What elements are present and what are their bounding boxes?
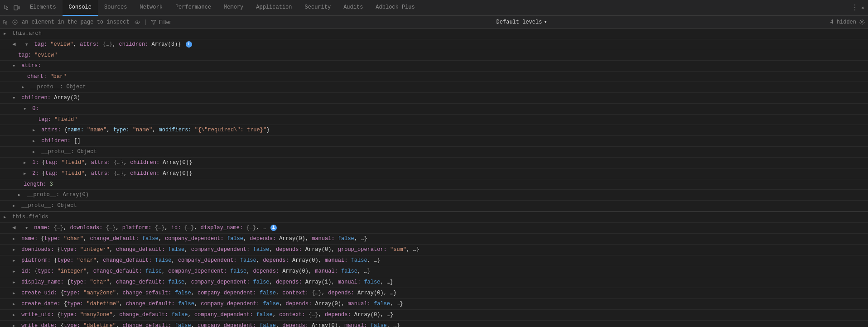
arch-root-proto: __proto__: Object (0, 201, 868, 212)
child-1-idx: 1: (32, 159, 42, 166)
svg-point-3 (14, 21, 16, 23)
cursor-icon[interactable] (3, 4, 11, 12)
fields-write-date-expand[interactable] (13, 322, 18, 327)
fields-display-expand[interactable] (13, 278, 18, 287)
arch-tag-key: tag: (34, 41, 50, 48)
svg-point-5 (136, 21, 138, 23)
arch-child-0-children: children: [] (0, 136, 868, 147)
array-proto-key: __proto__: Array(0) (27, 192, 89, 198)
inspect-label: an element in the page to inspect (22, 19, 130, 25)
children-expand[interactable] (13, 94, 18, 102)
tab-application[interactable]: Application (250, 0, 298, 16)
child-0-tag-key: tag: (4, 116, 54, 123)
arch-child-0-tag: tag: "field" (0, 115, 868, 125)
fields-downloads-expand[interactable] (13, 245, 18, 254)
tag-key: tag: (4, 52, 34, 58)
svg-point-6 (861, 21, 863, 23)
child-1-expand[interactable] (24, 159, 29, 167)
more-options-icon[interactable]: ⋮ (851, 3, 858, 12)
levels-label: Default levels (497, 19, 542, 25)
settings-icon[interactable] (859, 19, 865, 25)
device-icon[interactable] (13, 4, 21, 12)
child-0-idx: 0: (32, 106, 39, 112)
child-0-attrs-key: attrs: (41, 127, 64, 133)
fields-downloads-line: downloads: {type: "integer", change_defa… (0, 245, 868, 255)
filter-icon (151, 19, 156, 25)
tab-adblock[interactable]: Adblock Plus (369, 0, 421, 16)
filter-input[interactable] (159, 19, 213, 25)
tab-console[interactable]: Console (63, 0, 98, 16)
arch-tag-val: "eview" (50, 41, 73, 48)
child-0-children-key: children: (41, 138, 74, 144)
tab-network[interactable]: Network (133, 0, 169, 16)
arch-child-2: 2: {tag: "field", attrs: {…}, children: … (0, 168, 868, 179)
fields-name-expand[interactable] (13, 235, 18, 243)
close-devtools-icon[interactable]: ✕ (861, 5, 864, 11)
array-proto-expand[interactable] (18, 191, 24, 199)
arch-chart-line: chart: "bar" (0, 72, 868, 82)
arch-attrs-line: attrs: (0, 61, 868, 72)
arch-child-0-proto: __proto__: Object (0, 147, 868, 158)
fields-header-entry: this.fields (0, 212, 868, 223)
tab-memory[interactable]: Memory (217, 0, 250, 16)
arch-children-line: children: Array(3) (0, 93, 868, 104)
tab-audits[interactable]: Audits (337, 0, 369, 16)
levels-dropdown[interactable]: Default levels ▾ (494, 18, 550, 26)
fields-platform-expand[interactable] (13, 256, 18, 265)
arch-length-line: length: 3 (0, 179, 868, 190)
arch-child-1: 1: {tag: "field", attrs: {…}, children: … (0, 158, 868, 168)
attrs-proto-expand[interactable] (22, 83, 27, 91)
fields-name-line: name: {type: "char", change_default: fal… (0, 234, 868, 245)
fields-create_uid-line: create_uid: {type: "many2one", change_de… (0, 288, 868, 299)
attrs-key-2: attrs: (21, 63, 41, 69)
fields-create-date-expand[interactable] (13, 300, 18, 308)
fields-write-uid-expand[interactable] (13, 311, 18, 319)
tab-security[interactable]: Security (299, 0, 338, 16)
info-badge-2: i (270, 225, 277, 231)
child-0-attrs-expand[interactable] (33, 126, 38, 135)
arch-attrs-proto-line: __proto__: Object (0, 82, 868, 93)
arch-expand-arrow[interactable] (4, 29, 9, 38)
circle-small-icon (12, 19, 18, 25)
child-0-proto-key: __proto__: Object (41, 149, 96, 155)
chart-val: "bar" (50, 73, 66, 80)
fields-create_date-line: create_date: {type: "datetime", change_d… (0, 299, 868, 310)
length-val: 3 (50, 181, 53, 188)
tag-val: "eview" (34, 52, 57, 58)
arch-array-proto: __proto__: Array(0) (0, 190, 868, 201)
tab-bar: Elements Console Sources Network Perform… (24, 0, 848, 16)
attrs-expand[interactable] (13, 62, 18, 70)
child-0-proto-expand[interactable] (33, 148, 38, 156)
fields-root-entry: ◀ name: {…}, downloads: {…}, platform: {… (0, 223, 868, 234)
arch-tag-line: tag: "eview" (0, 50, 868, 61)
fields-obj-expand[interactable] (25, 224, 31, 232)
chevron-down-icon: ▾ (544, 19, 547, 25)
root-proto-key: __proto__: Object (21, 202, 77, 209)
arch-obj-open (19, 41, 22, 48)
toolbar-icons (0, 4, 24, 12)
arch-children-val: Array(3)} (152, 41, 181, 48)
child-0-children-expand[interactable] (33, 137, 38, 145)
arch-child-0-header: 0: (0, 104, 868, 115)
children-key: children: (21, 95, 54, 101)
child-2-expand[interactable] (24, 169, 29, 178)
arch-obj-expand[interactable] (25, 40, 31, 49)
root-proto-expand[interactable] (13, 202, 18, 210)
arch-root-entry: ◀ tag: "eview", attrs: {…}, children: Ar… (0, 39, 868, 50)
fields-expand-arrow[interactable] (4, 213, 9, 221)
secondary-toolbar: an element in the page to inspect | Defa… (0, 16, 868, 29)
svg-rect-0 (14, 5, 18, 10)
left-arrow: ◀ (12, 41, 15, 48)
info-badge-1: i (186, 41, 192, 48)
console-content: this.arch ◀ tag: "eview", attrs: {…}, ch… (0, 29, 868, 327)
fields-write_date-line: write_date: {type: "datetime", change_de… (0, 321, 868, 327)
child-0-tag-val: "field" (54, 116, 77, 123)
child-0-expand[interactable] (24, 105, 29, 113)
tab-elements[interactable]: Elements (24, 0, 63, 16)
fields-id-expand[interactable] (13, 267, 18, 276)
fields-platform-line: platform: {type: "char", change_default:… (0, 255, 868, 266)
fields-create-uid-expand[interactable] (13, 289, 18, 298)
tab-performance[interactable]: Performance (169, 0, 217, 16)
tab-sources[interactable]: Sources (98, 0, 133, 16)
arch-label: this.arch (12, 30, 42, 37)
